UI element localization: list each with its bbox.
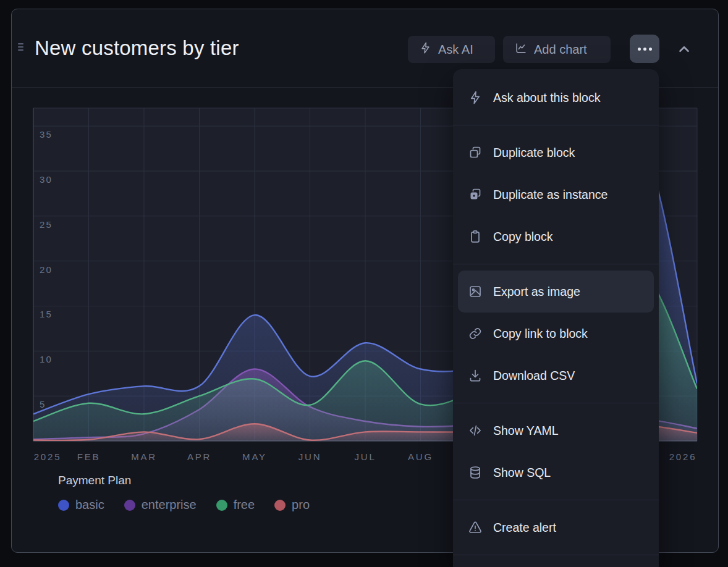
- link-icon: [468, 326, 483, 341]
- menu-section: Export as imageCopy link to blockDownloa…: [453, 267, 659, 400]
- menu-item-duplicate-as-instance[interactable]: Duplicate as instance: [453, 174, 659, 216]
- legend-swatch-pro: [274, 500, 286, 511]
- menu-item-copy-block[interactable]: Copy block: [453, 216, 659, 258]
- x-tick-label: JUL: [354, 452, 376, 462]
- add-chart-button[interactable]: Add chart: [503, 36, 611, 63]
- drag-handle-icon[interactable]: [18, 43, 25, 51]
- legend-label: enterprise: [142, 498, 197, 512]
- collapse-button[interactable]: [672, 38, 696, 61]
- menu-item-copy-link-to-block[interactable]: Copy link to block: [453, 313, 659, 355]
- lightning-icon: [419, 41, 432, 57]
- block-title: New customers by tier: [35, 36, 239, 60]
- y-tick-label: 35: [40, 129, 53, 140]
- x-tick-label: MAR: [131, 452, 157, 462]
- menu-divider: [453, 125, 659, 125]
- menu-section: Reload data: [453, 558, 659, 567]
- menu-item-label: Show YAML: [493, 424, 559, 438]
- menu-item-label: Copy link to block: [493, 327, 588, 341]
- menu-item-show-sql[interactable]: Show SQL: [453, 452, 659, 494]
- menu-item-create-alert[interactable]: Create alert: [453, 506, 659, 548]
- clipboard-icon: [468, 229, 483, 244]
- x-tick-label: AUG: [408, 452, 433, 462]
- menu-divider: [453, 555, 659, 555]
- ellipsis-icon: [638, 48, 641, 51]
- y-tick-label: 15: [40, 309, 53, 319]
- menu-item-label: Export as image: [493, 285, 580, 299]
- menu-item-duplicate-block[interactable]: Duplicate block: [453, 132, 659, 174]
- legend-swatch-enterprise: [124, 500, 135, 511]
- legend-item-basic[interactable]: basic: [58, 498, 104, 512]
- menu-item-label: Copy block: [493, 230, 552, 244]
- menu-item-label: Create alert: [493, 521, 556, 535]
- image-icon: [468, 284, 483, 299]
- menu-item-label: Download CSV: [493, 369, 575, 383]
- duplicate-icon: [468, 145, 483, 160]
- menu-item-label: Duplicate as instance: [493, 188, 607, 202]
- legend-label: pro: [292, 498, 310, 512]
- legend-item-pro[interactable]: pro: [274, 498, 310, 512]
- database-icon: [468, 465, 483, 480]
- chart-line-icon: [514, 41, 528, 58]
- y-tick-label: 25: [40, 219, 53, 230]
- menu-item-label: Ask about this block: [493, 91, 600, 105]
- legend-title: Payment Plan: [58, 474, 310, 487]
- y-tick-label: 30: [40, 174, 53, 185]
- y-tick-label: 10: [40, 354, 53, 364]
- x-tick-label: APR: [187, 452, 211, 462]
- legend-label: free: [234, 498, 255, 512]
- menu-section: Ask about this block: [453, 73, 659, 122]
- ask-ai-button[interactable]: Ask AI: [408, 36, 495, 63]
- chart-legend: Payment Plan basicenterprisefreepro: [58, 474, 310, 512]
- legend-label: basic: [75, 498, 104, 512]
- menu-section: Show YAMLShow SQL: [453, 406, 659, 497]
- legend-swatch-basic: [58, 500, 69, 511]
- menu-divider: [453, 264, 659, 264]
- menu-section: Duplicate blockDuplicate as instanceCopy…: [453, 128, 659, 261]
- chevron-up-icon: [676, 41, 692, 59]
- menu-item-show-yaml[interactable]: Show YAML: [453, 410, 659, 452]
- menu-divider: [453, 500, 659, 500]
- block-context-menu: Ask about this blockDuplicate blockDupli…: [453, 69, 659, 567]
- download-icon: [468, 368, 483, 383]
- y-tick-label: 5: [40, 399, 46, 410]
- alert-triangle-icon: [468, 520, 483, 535]
- legend-item-free[interactable]: free: [216, 498, 255, 512]
- code-icon: [468, 423, 483, 438]
- menu-section: Create alert: [453, 503, 659, 552]
- menu-item-ask-about-this-block[interactable]: Ask about this block: [453, 77, 659, 119]
- x-tick-label: JUN: [298, 452, 322, 462]
- menu-divider: [453, 403, 659, 403]
- more-options-button[interactable]: [630, 35, 659, 63]
- x-tick-label: MAY: [242, 452, 267, 462]
- lightning-icon: [468, 90, 483, 105]
- duplicate-instance-icon: [468, 187, 483, 202]
- x-tick-label: 2026: [669, 452, 697, 462]
- menu-item-download-csv[interactable]: Download CSV: [453, 355, 659, 397]
- y-tick-label: 20: [40, 264, 53, 275]
- menu-item-label: Show SQL: [493, 466, 551, 480]
- menu-item-label: Duplicate block: [493, 146, 575, 160]
- legend-item-enterprise[interactable]: enterprise: [124, 498, 197, 512]
- legend-swatch-free: [216, 500, 227, 511]
- menu-item-export-as-image[interactable]: Export as image: [458, 271, 654, 313]
- x-tick-label: 2025: [34, 452, 62, 462]
- x-tick-label: FEB: [77, 452, 101, 462]
- menu-item-reload-data[interactable]: Reload data: [453, 561, 659, 567]
